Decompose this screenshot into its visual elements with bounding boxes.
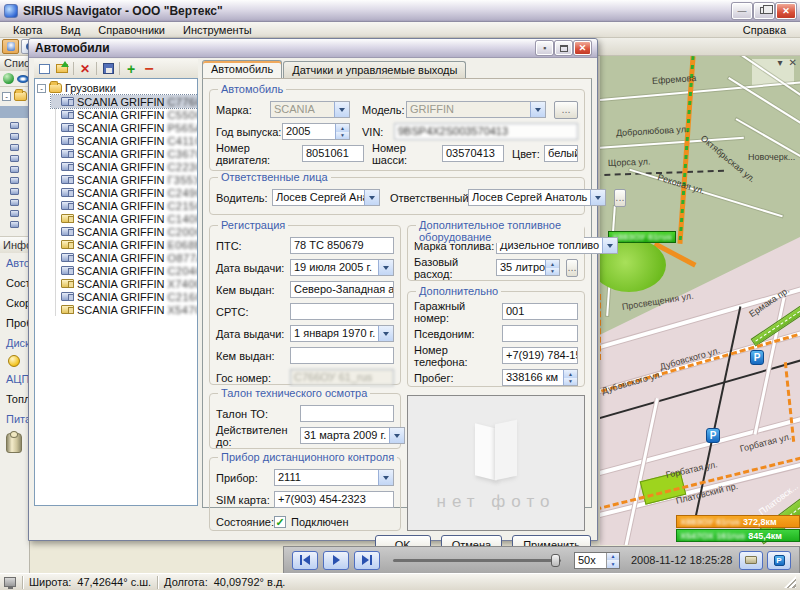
srts-field[interactable] [290, 303, 394, 320]
tree-item-vehicle[interactable]: SCANIA GRIFFIN С249ОУ 61rus [51, 186, 197, 199]
tree-root[interactable]: - Грузовики [37, 81, 197, 95]
playback-speed-spinner[interactable]: 50x ▲▼ [574, 552, 620, 569]
chevron-down-icon[interactable]: ▾ [778, 57, 783, 68]
map-panel-button[interactable]: P [767, 551, 791, 570]
remove-vehicle-button[interactable]: − [141, 61, 157, 76]
tree-item-vehicle[interactable]: SCANIA GRIFFIN С367ОУ 61rus [51, 147, 197, 160]
menu-help[interactable]: Справка [733, 22, 796, 37]
tab-vehicle[interactable]: Автомобиль [202, 60, 282, 78]
vehicle-photo-placeholder[interactable]: нет фото [407, 395, 585, 531]
dialog-maximize-button[interactable] [555, 41, 572, 55]
alias-field[interactable] [502, 325, 578, 342]
dropdown-arrow-icon[interactable] [389, 428, 404, 443]
tree-item-vehicle[interactable]: SCANIA GRIFFIN О877АУ 61rus [51, 251, 197, 264]
color-field[interactable]: белый [544, 145, 578, 162]
dialog-minimize-button[interactable]: ▪ [536, 41, 553, 55]
menu-directories[interactable]: Справочники [89, 22, 174, 37]
vehicle-distance-tag-green[interactable]: Х547ОХ 161rus 845,4км [676, 529, 800, 542]
tree-item-vehicle[interactable]: SCANIA GRIFFIN С215СС 61rus [51, 199, 197, 212]
dialog-close-button[interactable]: ✕ [574, 41, 591, 55]
chassis-number-field[interactable]: 03570413 [442, 145, 504, 162]
srts-issuer-field[interactable] [290, 347, 394, 364]
tree-item-vehicle[interactable]: SCANIA GRIFFIN С140РХ 161rus [51, 212, 197, 225]
tree-item-vehicle[interactable]: SCANIA GRIFFIN С550ОЕ 61rus [51, 108, 197, 121]
dropdown-arrow-icon[interactable] [378, 326, 393, 341]
list-view-button[interactable] [36, 61, 52, 76]
slider-thumb[interactable] [551, 554, 560, 567]
map-panel[interactable]: P P Х883ОУ 61rus Х883ОУ 61rus 372,8км Х5… [600, 56, 800, 545]
dropdown-arrow-icon[interactable] [334, 102, 349, 117]
srts-date-combo[interactable]: 1 января 1970 г. [290, 325, 394, 342]
expander-icon[interactable]: - [2, 92, 11, 101]
tab-sensors[interactable]: Датчики и управляемые выходы [283, 61, 466, 78]
menu-tools[interactable]: Инструменты [174, 22, 261, 37]
dropdown-arrow-icon[interactable] [378, 470, 393, 485]
sim-card-field[interactable]: +7(903) 454-2323 [274, 491, 394, 508]
tree-item-vehicle[interactable]: SCANIA GRIFFIN Х547ОХ 161rus [51, 303, 197, 316]
tree-item-vehicle[interactable]: SCANIA GRIFFIN С200ОВ 61rus [51, 225, 197, 238]
tree-item-vehicle[interactable]: SCANIA GRIFFIN Р565АА 61rus [51, 121, 197, 134]
play-button[interactable] [323, 551, 349, 570]
tree-item-vehicle[interactable]: SCANIA GRIFFIN С223СС 61rus [51, 160, 197, 173]
tree-item-vehicle[interactable]: SCANIA GRIFFIN С204СС 61rus [51, 264, 197, 277]
dropdown-arrow-icon[interactable] [602, 238, 617, 253]
vehicle-distance-tag-orange[interactable]: Х883ОУ 61rus 372,8км [676, 515, 800, 528]
tree-item-vehicle[interactable]: SCANIA GRIFFIN С411СС 61rus [51, 134, 197, 147]
vehicle-map-tag[interactable]: Х883ОУ 61rus [608, 231, 676, 243]
model-combo[interactable]: GRIFFIN [406, 101, 546, 118]
pts-issuer-field[interactable]: Северо-Западная акцизная т [290, 281, 394, 298]
dropdown-arrow-icon[interactable] [364, 190, 379, 205]
minimize-button[interactable]: — [732, 3, 752, 19]
vehicle-tree[interactable]: - Грузовики SCANIA GRIFFIN С776ОУ 61rus … [34, 78, 198, 506]
pan-tool-button[interactable] [2, 39, 19, 54]
connected-checkbox[interactable]: ✓ [274, 516, 286, 528]
tree-item-vehicle[interactable]: SCANIA GRIFFIN Х740ОУ 161rus [51, 277, 197, 290]
base-consumption-spinner[interactable]: 35 литров▲▼ [496, 259, 560, 276]
restore-button[interactable] [754, 3, 774, 19]
mileage-spinner[interactable]: 338166 км▲▼ [502, 369, 578, 386]
dropdown-arrow-icon[interactable] [530, 102, 545, 117]
tree-item-vehicle[interactable]: SCANIA GRIFFIN С216СС 61rus [51, 290, 197, 303]
snapshot-button[interactable] [739, 551, 763, 570]
resize-grip[interactable] [784, 576, 796, 588]
tree-item-vehicle[interactable]: SCANIA GRIFFIN Г355УУ 61rus [51, 173, 197, 186]
delete-button[interactable]: ✕ [77, 61, 93, 76]
playback-slider[interactable] [393, 559, 561, 562]
device-combo[interactable]: 2111 [274, 469, 394, 486]
inspection-ticket-field[interactable] [300, 405, 394, 422]
persons-browse-button[interactable]: ... [614, 189, 625, 207]
sidebar-tree-root[interactable]: - Грузовики [0, 87, 30, 105]
skip-end-button[interactable] [354, 551, 380, 570]
driver-combo[interactable]: Лосев Сергей Анатоль [272, 189, 380, 206]
globe-icon[interactable] [3, 73, 14, 84]
sidebar-selected-row[interactable] [0, 106, 30, 118]
model-browse-button[interactable]: ... [554, 101, 578, 119]
menu-view[interactable]: Вид [51, 22, 89, 37]
responsible-combo[interactable]: Лосев Сергей Анатоль [468, 189, 606, 206]
phone-number-field[interactable]: +7(919) 784-1502 [502, 347, 578, 364]
brand-combo[interactable]: SCANIA [270, 101, 350, 118]
pts-date-combo[interactable]: 19 июля 2005 г. [290, 259, 394, 276]
dropdown-arrow-icon[interactable] [378, 260, 393, 275]
vin-field[interactable]: 9BSP4X2S003570413 [394, 123, 578, 140]
add-group-button[interactable] [54, 61, 70, 76]
garage-number-field[interactable]: 001 [502, 303, 578, 320]
add-vehicle-button[interactable]: + [123, 61, 139, 76]
pts-field[interactable]: 78 ТС 850679 [290, 237, 394, 254]
expander-icon[interactable]: - [37, 84, 46, 93]
parking-marker[interactable]: P [750, 350, 764, 365]
close-map-icon[interactable]: ✕ [789, 57, 797, 68]
save-button[interactable] [100, 61, 116, 76]
dropdown-arrow-icon[interactable] [590, 190, 605, 205]
skip-start-button[interactable] [292, 551, 318, 570]
tree-item-vehicle[interactable]: SCANIA GRIFFIN Е068ВУ 161rus [51, 238, 197, 251]
field-label: Базовый расход: [414, 256, 496, 280]
parking-marker[interactable]: P [706, 428, 720, 443]
close-button[interactable]: ✕ [776, 3, 796, 19]
menu-map[interactable]: Карта [4, 22, 51, 37]
year-spinner[interactable]: 2005▲▼ [282, 123, 350, 140]
engine-number-field[interactable]: 8051061 [302, 145, 364, 162]
fuel-browse-button[interactable]: ... [566, 259, 578, 277]
valid-until-combo[interactable]: 31 марта 2009 г. [300, 427, 405, 444]
tree-item-vehicle[interactable]: SCANIA GRIFFIN С776ОУ 61rus [51, 95, 198, 108]
